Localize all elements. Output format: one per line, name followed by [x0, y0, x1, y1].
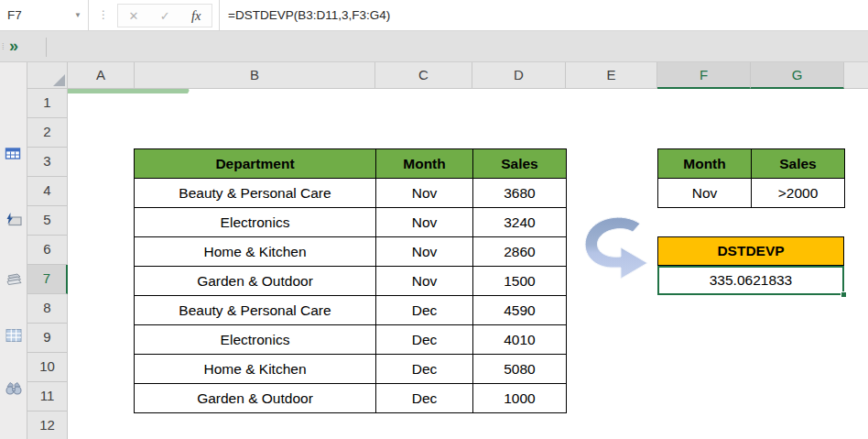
header-month[interactable]: Month: [376, 149, 473, 179]
binoculars-icon[interactable]: [5, 379, 23, 398]
cell-month[interactable]: Nov: [376, 267, 473, 296]
formula-input[interactable]: =DSTDEVP(B3:D11,3,F3:G4): [219, 0, 868, 30]
cell-month[interactable]: Dec: [376, 325, 473, 355]
cell-sales[interactable]: 3240: [473, 208, 567, 237]
result-value-cell[interactable]: 335.0621833: [657, 266, 844, 295]
header-sales[interactable]: Sales: [473, 149, 567, 179]
column-header-B[interactable]: B: [135, 62, 375, 89]
table-row: Garden & Outdoor Dec 1000: [135, 384, 567, 413]
table-row: Garden & Outdoor Nov 1500: [135, 267, 567, 296]
column-header-A[interactable]: A: [68, 62, 135, 89]
table-header-row: Department Month Sales: [135, 149, 567, 179]
table-row: Beauty & Personal Care Dec 4590: [135, 296, 567, 325]
sheet-tab-bar: ⁞ » X dstdevp example * ✕: [0, 31, 868, 62]
row-header-6[interactable]: 6: [27, 236, 68, 265]
expand-chevrons-icon[interactable]: »: [9, 31, 18, 61]
row-header-4[interactable]: 4: [27, 177, 68, 206]
curved-arrow-shape[interactable]: [582, 216, 652, 286]
name-box-value: F7: [7, 8, 22, 22]
table-row: Home & Kitchen Dec 5080: [135, 355, 567, 384]
cell-sales[interactable]: 4010: [473, 325, 567, 355]
enter-icon[interactable]: ✓: [160, 9, 170, 23]
cell-department[interactable]: Garden & Outdoor: [135, 384, 376, 413]
row-header-2[interactable]: 2: [27, 118, 68, 148]
row-header-9[interactable]: 9: [27, 324, 68, 353]
formula-bar: F7 ▼ ⋮ ✕ ✓ fx =DSTDEVP(B3:D11,3,F3:G4): [0, 0, 868, 31]
table-row: Beauty & Personal Care Nov 3680: [135, 179, 567, 208]
formula-bar-divider-dots-icon: ⋮: [97, 0, 110, 30]
result-value: 335.0621833: [710, 272, 793, 288]
criteria-month-value[interactable]: Nov: [658, 179, 752, 208]
cell-department[interactable]: Beauty & Personal Care: [135, 179, 376, 208]
cancel-icon[interactable]: ✕: [129, 9, 139, 23]
flash-fill-icon[interactable]: [5, 211, 23, 229]
criteria-header-sales[interactable]: Sales: [752, 149, 845, 179]
cell-month[interactable]: Dec: [376, 296, 473, 325]
data-table: Department Month Sales Beauty & Personal…: [134, 148, 567, 413]
result-label-cell[interactable]: DSTDEVP: [657, 236, 844, 266]
criteria-header-month[interactable]: Month: [658, 149, 752, 179]
column-header-C[interactable]: C: [375, 62, 472, 89]
table-row: Electronics Dec 4010: [135, 325, 567, 355]
cell-sales[interactable]: 1500: [473, 267, 567, 296]
cell-sales[interactable]: 2860: [473, 237, 567, 267]
cell-sales[interactable]: 1000: [473, 384, 567, 413]
row-header-1[interactable]: 1: [27, 89, 68, 118]
cell-sales[interactable]: 4590: [473, 296, 567, 325]
column-header-partial[interactable]: [844, 62, 868, 89]
cell-month[interactable]: Nov: [376, 179, 473, 208]
name-box[interactable]: F7 ▼: [0, 0, 89, 30]
criteria-header-row: Month Sales: [658, 149, 845, 179]
cell-department[interactable]: Electronics: [135, 325, 376, 355]
cell-month[interactable]: Nov: [376, 237, 473, 267]
column-header-E[interactable]: E: [566, 62, 657, 89]
row-header-5[interactable]: 5: [27, 206, 68, 236]
worksheet-icon[interactable]: [5, 145, 23, 163]
row-header-7[interactable]: 7: [27, 265, 68, 294]
column-header-F[interactable]: F: [657, 62, 751, 89]
cell-department[interactable]: Electronics: [135, 208, 376, 237]
tab-separator: [46, 38, 47, 57]
header-department[interactable]: Department: [135, 149, 376, 179]
fill-handle[interactable]: [841, 291, 847, 298]
cell-department[interactable]: Garden & Outdoor: [135, 267, 376, 296]
column-header-G[interactable]: G: [751, 62, 844, 89]
row-header-12[interactable]: 12: [27, 412, 68, 439]
cell-month[interactable]: Dec: [376, 355, 473, 384]
cell-month[interactable]: Dec: [376, 384, 473, 413]
cell-department[interactable]: Home & Kitchen: [135, 355, 376, 384]
formula-buttons-group: ✕ ✓ fx: [117, 4, 212, 27]
criteria-sales-value[interactable]: >2000: [752, 179, 845, 208]
name-box-dropdown-icon[interactable]: ▼: [74, 0, 81, 30]
table-row: Home & Kitchen Nov 2860: [135, 237, 567, 267]
select-all-button[interactable]: [27, 62, 68, 89]
select-all-triangle-icon: [53, 74, 65, 86]
left-toolbar: [0, 62, 27, 439]
cell-sales[interactable]: 5080: [473, 355, 567, 384]
row-header-11[interactable]: 11: [27, 382, 68, 412]
row-header-3[interactable]: 3: [27, 148, 68, 177]
cell-department[interactable]: Beauty & Personal Care: [135, 296, 376, 325]
row-header-8[interactable]: 8: [27, 294, 68, 324]
grid-icon[interactable]: [5, 326, 23, 345]
row-header-10[interactable]: 10: [27, 353, 68, 382]
criteria-value-row: Nov >2000: [658, 179, 845, 208]
cell-department[interactable]: Home & Kitchen: [135, 237, 376, 267]
grip-dots-icon: ⁞: [2, 31, 5, 62]
layers-icon[interactable]: [5, 269, 23, 288]
insert-function-icon[interactable]: fx: [191, 8, 201, 24]
criteria-table: Month Sales Nov >2000: [657, 148, 845, 208]
cell-sales[interactable]: 3680: [473, 179, 567, 208]
column-header-D[interactable]: D: [472, 62, 566, 89]
table-row: Electronics Nov 3240: [135, 208, 567, 237]
cell-month[interactable]: Nov: [376, 208, 473, 237]
